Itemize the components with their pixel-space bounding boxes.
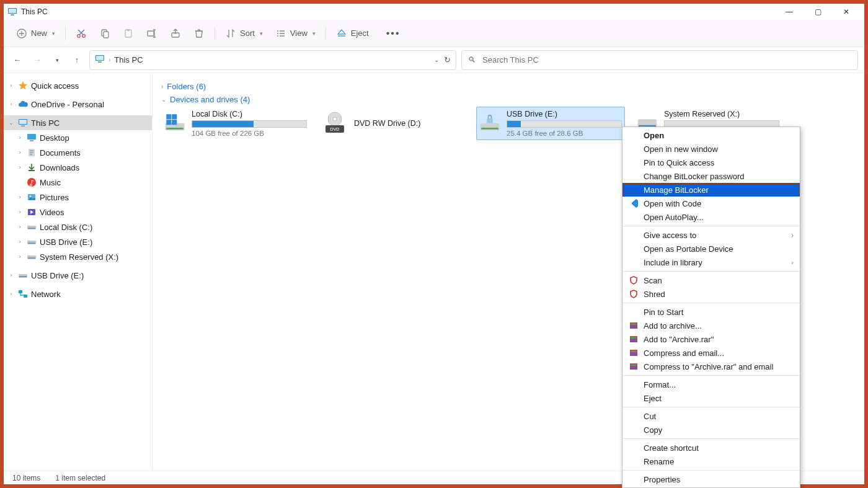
- ctx-label: Manage BitLocker: [644, 185, 709, 195]
- ctx-open-new-window[interactable]: Open in new window: [622, 142, 800, 156]
- refresh-button[interactable]: ↻: [444, 55, 451, 64]
- breadcrumb[interactable]: This PC: [114, 55, 143, 64]
- chevron-right-icon[interactable]: ›: [16, 194, 24, 200]
- ctx-properties[interactable]: Properties: [622, 472, 800, 486]
- sidebar-item-downloads[interactable]: ›Downloads: [4, 160, 152, 175]
- group-drives[interactable]: ⌄ Devices and drives (4): [161, 95, 856, 104]
- ctx-rename[interactable]: Rename: [622, 455, 800, 468]
- new-button[interactable]: New ▾: [11, 25, 60, 42]
- ctx-label: Rename: [644, 457, 674, 466]
- drive-local-c[interactable]: Local Disk (C:) 104 GB free of 226 GB: [161, 107, 310, 140]
- sidebar-item-pictures[interactable]: ›Pictures: [4, 190, 152, 205]
- up-button[interactable]: ↑: [69, 53, 84, 68]
- ctx-label: Add to archive...: [644, 321, 702, 331]
- share-button[interactable]: [165, 25, 186, 42]
- eject-toolbar-button[interactable]: Eject: [331, 25, 374, 42]
- ctx-shred[interactable]: Shred: [622, 287, 800, 301]
- recent-locations-button[interactable]: ▾: [50, 53, 64, 68]
- minimize-button[interactable]: —: [775, 4, 804, 20]
- chevron-right-icon[interactable]: ›: [16, 164, 24, 171]
- ctx-label: Scan: [644, 276, 662, 285]
- ellipsis-icon: •••: [386, 28, 401, 39]
- ctx-copy[interactable]: Copy: [622, 423, 800, 437]
- sidebar-item-music[interactable]: Music: [4, 175, 152, 190]
- ctx-add-to-archive-rar[interactable]: Add to "Archive.rar": [622, 332, 800, 346]
- ctx-add-to-archive[interactable]: Add to archive...: [622, 319, 800, 332]
- chevron-right-icon[interactable]: ›: [16, 254, 24, 260]
- ctx-pin-quick-access[interactable]: Pin to Quick access: [622, 156, 800, 169]
- documents-icon: [26, 147, 37, 158]
- ctx-compress-email[interactable]: Compress and email...: [622, 346, 800, 360]
- chevron-right-icon[interactable]: ›: [16, 135, 24, 141]
- sidebar-item-system-reserved[interactable]: ›System Reserved (X:): [4, 249, 152, 264]
- back-button[interactable]: ←: [10, 53, 25, 68]
- ctx-manage-bitlocker[interactable]: Manage BitLocker: [622, 183, 800, 197]
- sidebar-item-usb-drive[interactable]: ›USB Drive (E:): [4, 234, 152, 249]
- chevron-right-icon[interactable]: ›: [7, 101, 15, 107]
- separator: [65, 27, 66, 40]
- chevron-right-icon[interactable]: ›: [7, 291, 15, 297]
- sidebar-item-onedrive[interactable]: › OneDrive - Personal: [4, 97, 152, 112]
- group-folders[interactable]: › Folders (6): [161, 82, 856, 91]
- ctx-include-in-library[interactable]: Include in library›: [622, 255, 800, 269]
- ctx-pin-to-start[interactable]: Pin to Start: [622, 305, 800, 319]
- sort-button[interactable]: Sort ▾: [220, 25, 268, 42]
- chevron-down-icon[interactable]: ⌄: [434, 56, 439, 63]
- winrar-icon: [629, 321, 639, 331]
- sidebar-item-videos[interactable]: ›Videos: [4, 205, 152, 220]
- command-bar: New ▾ Sort ▾ View ▾ Eject •••: [4, 20, 864, 47]
- title-bar: This PC — ▢ ✕: [4, 4, 864, 20]
- chevron-right-icon[interactable]: ›: [7, 82, 15, 89]
- cloud-icon: [17, 99, 29, 110]
- ctx-change-bitlocker-password[interactable]: Change BitLocker password: [622, 169, 800, 183]
- search-box[interactable]: 🔍︎: [461, 50, 858, 70]
- ctx-compress-rar-email[interactable]: Compress to "Archive.rar" and email: [622, 360, 800, 373]
- chevron-right-icon[interactable]: ›: [16, 209, 24, 215]
- ctx-scan[interactable]: Scan: [622, 273, 800, 287]
- cut-button[interactable]: [71, 25, 92, 42]
- ctx-give-access-to[interactable]: Give access to›: [622, 228, 800, 242]
- sidebar-item-local-disk[interactable]: ›Local Disk (C:): [4, 220, 152, 234]
- ctx-open-autoplay[interactable]: Open AutoPlay...: [622, 210, 800, 224]
- group-label: Devices and drives (4): [170, 95, 250, 104]
- search-input[interactable]: [481, 55, 851, 65]
- chevron-right-icon[interactable]: ›: [7, 272, 15, 278]
- rename-button[interactable]: [141, 25, 162, 42]
- chevron-down-icon: ⌄: [161, 96, 166, 103]
- drive-free-label: 104 GB free of 226 GB: [192, 130, 307, 137]
- drive-dvd-d[interactable]: DVD DVD RW Drive (D:): [319, 107, 467, 140]
- close-button[interactable]: ✕: [832, 4, 861, 20]
- ctx-cut[interactable]: Cut: [622, 409, 800, 423]
- sidebar-item-documents[interactable]: ›Documents: [4, 145, 152, 160]
- chevron-right-icon[interactable]: ›: [16, 224, 24, 230]
- drive-usb-e[interactable]: USB Drive (E:) 25.4 GB free of 28.6 GB: [476, 107, 625, 140]
- sidebar-item-desktop[interactable]: ›Desktop: [4, 130, 152, 145]
- ctx-format[interactable]: Format...: [622, 378, 800, 391]
- chevron-right-icon[interactable]: ›: [16, 149, 24, 156]
- ctx-create-shortcut[interactable]: Create shortcut: [622, 441, 800, 455]
- maximize-button[interactable]: ▢: [804, 4, 832, 20]
- forward-button[interactable]: →: [30, 53, 45, 68]
- sidebar-item-usb-drive-outer[interactable]: ›USB Drive (E:): [4, 268, 152, 283]
- sidebar-item-network[interactable]: ›Network: [4, 286, 152, 301]
- paste-button[interactable]: [118, 25, 139, 42]
- winrar-icon: [629, 334, 639, 344]
- ctx-eject[interactable]: Eject: [622, 391, 800, 405]
- sidebar-item-quick-access[interactable]: › Quick access: [4, 78, 152, 93]
- view-label: View: [290, 29, 308, 38]
- ctx-open-with-code[interactable]: Open with Code: [622, 197, 800, 210]
- sidebar-label: USB Drive (E:): [31, 271, 84, 280]
- more-button[interactable]: •••: [381, 25, 405, 42]
- menu-separator: [622, 226, 800, 226]
- chevron-down-icon[interactable]: ⌄: [7, 120, 15, 126]
- view-button[interactable]: View ▾: [270, 25, 321, 42]
- usb-icon: [17, 270, 29, 281]
- delete-button[interactable]: [188, 25, 210, 42]
- ctx-open-portable-device[interactable]: Open as Portable Device: [622, 242, 800, 255]
- address-bar[interactable]: › This PC ⌄ ↻: [89, 50, 456, 70]
- sidebar-item-this-pc[interactable]: ⌄ This PC: [4, 115, 152, 130]
- chevron-right-icon[interactable]: ›: [16, 239, 24, 245]
- copy-button[interactable]: [94, 25, 115, 42]
- ctx-open[interactable]: Open: [622, 128, 800, 142]
- submenu-arrow-icon: ›: [791, 231, 794, 239]
